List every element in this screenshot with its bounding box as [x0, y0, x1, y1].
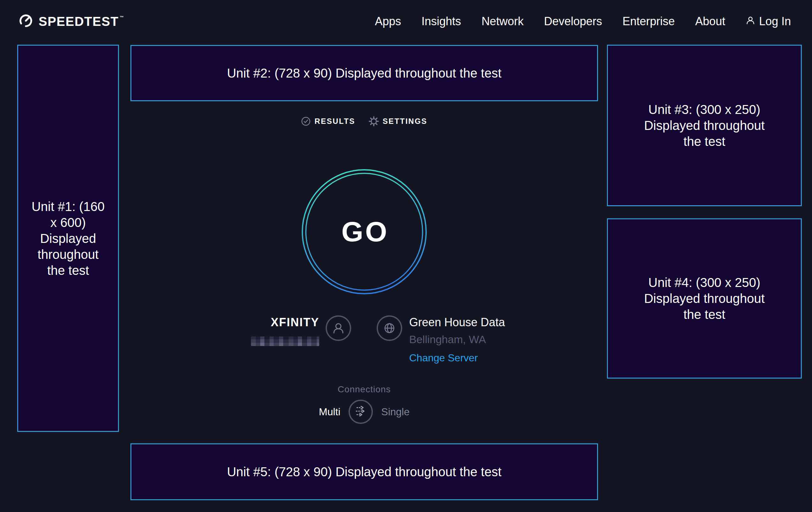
isp-text-block: XFINITY	[251, 315, 319, 364]
isp-ip-redacted-blur	[251, 336, 319, 346]
ad-unit-2-text: Unit #2: (728 x 90) Displayed throughout…	[227, 65, 502, 81]
tab-results-label: RESULTS	[315, 117, 355, 126]
ad-unit-4-text: Unit #4: (300 x 250) Displayed throughou…	[634, 274, 775, 322]
gauge-logo-icon	[18, 13, 33, 30]
login-label: Log In	[759, 15, 791, 28]
gear-icon	[369, 116, 379, 127]
nav-item-apps[interactable]: Apps	[375, 15, 401, 28]
login-button[interactable]: Log In	[746, 15, 791, 28]
nav-item-network[interactable]: Network	[482, 15, 524, 28]
ad-unit-3-rectangle: Unit #3: (300 x 250) Displayed throughou…	[607, 45, 802, 206]
connections-heading: Connections	[130, 384, 598, 395]
server-location: Bellingham, WA	[409, 333, 486, 346]
tab-settings-label: SETTINGS	[383, 117, 427, 126]
top-nav-bar: SPEEDTEST ™ Apps Insights Network Develo…	[0, 0, 812, 43]
ad-unit-4-rectangle: Unit #4: (300 x 250) Displayed throughou…	[607, 218, 802, 379]
server-globe-icon[interactable]	[377, 315, 402, 341]
ad-unit-5-text: Unit #5: (728 x 90) Displayed throughout…	[227, 464, 502, 480]
brand-name: SPEEDTEST ™	[38, 15, 124, 29]
isp-name: XFINITY	[271, 315, 319, 329]
ad-unit-1-skyscraper: Unit #1: (160 x 600) Displayed throughou…	[17, 45, 119, 432]
user-icon	[746, 15, 755, 28]
isp-user-icon[interactable]	[326, 315, 351, 341]
main-nav: Apps Insights Network Developers Enterpr…	[375, 15, 791, 28]
server-text-block: Green House Data Bellingham, WA Change S…	[409, 315, 505, 364]
server-group: Green House Data Bellingham, WA Change S…	[364, 315, 598, 364]
connections-option-multi[interactable]: Multi	[319, 406, 341, 418]
check-circle-icon	[301, 116, 311, 126]
go-button[interactable]: GO	[301, 169, 427, 295]
tab-results[interactable]: RESULTS	[301, 116, 355, 126]
nav-item-enterprise[interactable]: Enterprise	[622, 15, 675, 28]
nav-item-developers[interactable]: Developers	[544, 15, 602, 28]
multi-arrows-icon	[354, 404, 368, 420]
results-settings-tabs: RESULTS SETTING	[130, 116, 598, 127]
tab-settings[interactable]: SETTINGS	[369, 116, 427, 127]
ad-unit-2-leaderboard: Unit #2: (728 x 90) Displayed throughout…	[130, 45, 598, 101]
speedtest-logo[interactable]: SPEEDTEST ™	[18, 13, 124, 30]
connections-option-single[interactable]: Single	[381, 406, 409, 418]
ad-unit-3-text: Unit #3: (300 x 250) Displayed throughou…	[634, 102, 775, 150]
go-label: GO	[301, 169, 427, 295]
isp-group: XFINITY	[130, 315, 364, 364]
nav-item-about[interactable]: About	[695, 15, 725, 28]
connection-meta-row: XFINITY Green House Data Belling	[130, 315, 598, 364]
speedtest-page: SPEEDTEST ™ Apps Insights Network Develo…	[0, 0, 812, 512]
nav-item-insights[interactable]: Insights	[422, 15, 461, 28]
ad-unit-1-text: Unit #1: (160 x 600) Displayed throughou…	[29, 198, 107, 278]
multi-connection-toggle[interactable]	[349, 400, 373, 424]
trademark-symbol: ™	[120, 15, 124, 20]
server-name: Green House Data	[409, 315, 505, 329]
ad-unit-5-leaderboard: Unit #5: (728 x 90) Displayed throughout…	[130, 443, 598, 500]
change-server-link[interactable]: Change Server	[409, 352, 478, 364]
connections-toggle-row: Multi Single	[130, 400, 598, 424]
